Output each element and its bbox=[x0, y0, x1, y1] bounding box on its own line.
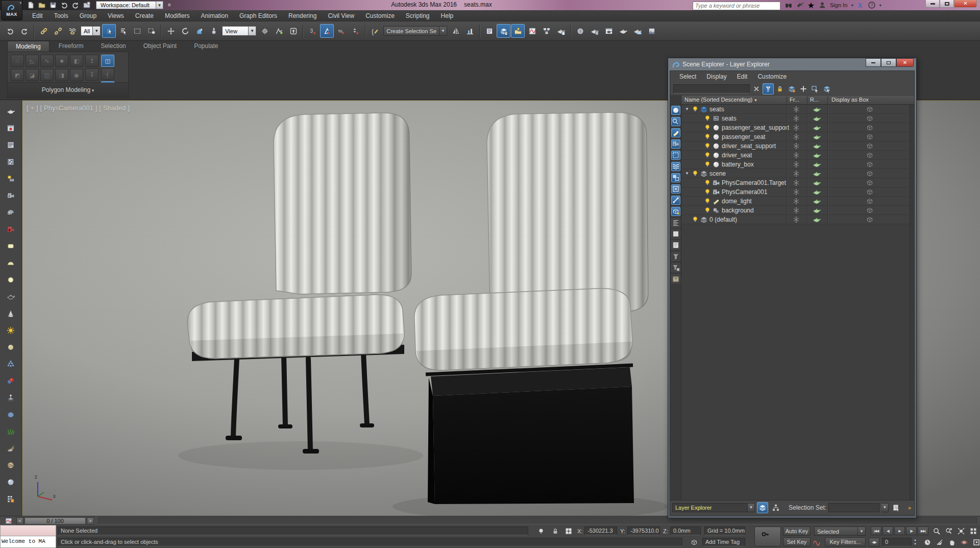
redo-icon[interactable] bbox=[70, 1, 81, 10]
render-setup-dialog-icon[interactable] bbox=[3, 138, 18, 152]
rock-icon[interactable] bbox=[3, 408, 18, 422]
renderable-toggle-icon[interactable] bbox=[812, 142, 821, 150]
shrink-select-button[interactable]: ◉ bbox=[70, 69, 83, 81]
renderable-toggle-icon[interactable] bbox=[812, 197, 821, 205]
light-lister-icon[interactable] bbox=[3, 172, 18, 186]
column-name[interactable]: Name (Sorted Descending) bbox=[684, 97, 757, 103]
named-selection-dropdown[interactable]: Create Selection Se▼ bbox=[383, 26, 447, 36]
menu-item-scripting[interactable]: Scripting bbox=[400, 10, 435, 21]
sphere-icon[interactable] bbox=[3, 475, 18, 489]
frozen-toggle-icon[interactable] bbox=[792, 188, 801, 196]
row-label[interactable]: dome_light bbox=[722, 198, 752, 205]
visibility-bulb-icon[interactable] bbox=[703, 160, 712, 169]
open-file-icon[interactable] bbox=[37, 1, 47, 10]
edge-mode-button[interactable]: ◺ bbox=[26, 55, 39, 67]
menu-item-tools[interactable]: Tools bbox=[48, 10, 74, 21]
time-slider-handle[interactable]: 0 / 100 bbox=[24, 517, 86, 525]
slate-editor-icon[interactable] bbox=[3, 492, 18, 506]
row-label[interactable]: 0 (default) bbox=[709, 216, 737, 223]
visibility-bulb-icon[interactable] bbox=[703, 197, 712, 205]
row-label[interactable]: passenger_seat bbox=[722, 133, 765, 140]
sx-minimize-button[interactable] bbox=[866, 58, 881, 67]
vertex-mode-button[interactable]: ∴ bbox=[11, 55, 24, 67]
visibility-bulb-icon[interactable] bbox=[703, 142, 712, 150]
visibility-bulb-icon[interactable] bbox=[703, 188, 712, 196]
next-frame-icon[interactable]: |▶ bbox=[906, 527, 917, 535]
sx-menu-item-display[interactable]: Display bbox=[701, 71, 731, 82]
set-key-button[interactable]: Set Key bbox=[783, 537, 811, 546]
previous-frame-arrow[interactable]: < bbox=[16, 517, 23, 525]
frozen-toggle-icon[interactable] bbox=[792, 114, 801, 123]
toggle-command-panel-button[interactable]: ◫ bbox=[101, 55, 114, 67]
help-search[interactable] bbox=[693, 1, 780, 9]
explorer-mode-dropdown[interactable]: Layer Explorer▼ bbox=[672, 503, 755, 512]
scene-explorer-window[interactable]: Scene Explorer - Layer Explorer ✕ Select… bbox=[668, 58, 917, 518]
lock-cell-edit-icon[interactable] bbox=[774, 83, 786, 94]
renderable-toggle-icon[interactable] bbox=[812, 170, 821, 178]
display-geometry-icon[interactable] bbox=[671, 106, 680, 115]
display-as-box-icon[interactable] bbox=[865, 170, 874, 178]
footer-overflow-icon[interactable]: » bbox=[908, 505, 911, 511]
menu-item-customize[interactable]: Customize bbox=[360, 10, 400, 21]
frozen-toggle-icon[interactable] bbox=[792, 133, 801, 141]
sx-menu-item-edit[interactable]: Edit bbox=[732, 71, 753, 82]
renderable-toggle-icon[interactable] bbox=[812, 188, 821, 196]
menu-item-rendering[interactable]: Rendering bbox=[283, 10, 322, 21]
go-end-icon[interactable]: ▶▶| bbox=[918, 527, 928, 535]
sign-in-dropdown-icon[interactable]: ▼ bbox=[850, 4, 854, 7]
renderable-toggle-icon[interactable] bbox=[812, 105, 821, 113]
renderable-toggle-icon[interactable] bbox=[812, 179, 821, 187]
layer-manager-icon[interactable] bbox=[482, 24, 496, 38]
maximize-viewport-icon[interactable] bbox=[971, 538, 980, 547]
preview-multi-button[interactable]: ◫ bbox=[40, 69, 54, 81]
viewport-camera-icon[interactable] bbox=[3, 205, 18, 220]
application-menu-button[interactable]: MAX bbox=[1, 0, 22, 20]
user-icon[interactable] bbox=[818, 1, 827, 9]
visibility-bulb-icon[interactable] bbox=[703, 151, 712, 159]
y-coordinate-field[interactable]: -3975310.0 bbox=[627, 527, 660, 535]
preview-subobject-button[interactable]: ◪ bbox=[26, 69, 39, 81]
menu-item-group[interactable]: Group bbox=[74, 10, 102, 21]
renderable-toggle-icon[interactable] bbox=[812, 160, 821, 169]
redo-icon[interactable] bbox=[17, 24, 31, 38]
expand-triangle-icon[interactable]: ▼ bbox=[683, 107, 691, 111]
renderable-toggle-icon[interactable] bbox=[812, 151, 821, 159]
display-containers-icon[interactable] bbox=[671, 207, 680, 216]
exchange-icon[interactable]: X bbox=[856, 1, 865, 9]
display-as-box-icon[interactable] bbox=[865, 124, 874, 132]
undo-icon[interactable] bbox=[59, 1, 69, 10]
archive-icon[interactable] bbox=[671, 274, 680, 283]
rendered-frame-icon[interactable] bbox=[602, 24, 616, 38]
layer-row[interactable]: dome_light bbox=[681, 197, 914, 206]
edit-named-sets-icon[interactable]: { bbox=[368, 24, 382, 38]
search-input[interactable] bbox=[693, 2, 780, 10]
select-by-name-icon[interactable] bbox=[116, 24, 130, 38]
layer-row[interactable]: driver_seat bbox=[681, 151, 914, 160]
add-new-layer-icon[interactable] bbox=[798, 83, 809, 94]
display-as-box-icon[interactable] bbox=[865, 151, 874, 159]
workspace-selector[interactable]: Workspace: Default ▼ ≡ bbox=[96, 1, 174, 9]
sign-in-button[interactable]: Sign In bbox=[830, 2, 847, 8]
absolute-mode-icon[interactable] bbox=[564, 527, 574, 536]
scene-explorer-toggle-icon[interactable] bbox=[497, 24, 510, 38]
communication-center-icon[interactable] bbox=[795, 1, 804, 9]
unlink-selection-icon[interactable] bbox=[51, 24, 65, 38]
layer-row[interactable]: battery_box bbox=[681, 160, 914, 169]
key-filters-button[interactable]: Key Filters... bbox=[825, 537, 866, 546]
workspace-value[interactable]: Workspace: Default bbox=[96, 1, 156, 9]
pin-button[interactable]: ┤ bbox=[101, 68, 114, 80]
frozen-toggle-icon[interactable] bbox=[792, 197, 801, 205]
layer-row[interactable]: PhysCamera001 bbox=[681, 187, 914, 197]
sx-close-button[interactable]: ✕ bbox=[896, 58, 914, 67]
go-start-icon[interactable]: |◀◀ bbox=[871, 527, 881, 535]
time-tag-icon[interactable] bbox=[689, 538, 699, 547]
display-as-box-icon[interactable] bbox=[865, 105, 874, 113]
select-object-icon[interactable] bbox=[102, 24, 116, 38]
frozen-toggle-icon[interactable] bbox=[792, 179, 801, 187]
row-label[interactable]: seats bbox=[709, 106, 724, 113]
sx-search-field[interactable] bbox=[673, 84, 750, 93]
grass-icon[interactable] bbox=[3, 424, 18, 439]
keyboard-override-icon[interactable] bbox=[286, 24, 300, 38]
visibility-bulb-icon[interactable] bbox=[691, 216, 699, 224]
column-frozen[interactable]: Fr... bbox=[790, 97, 799, 103]
